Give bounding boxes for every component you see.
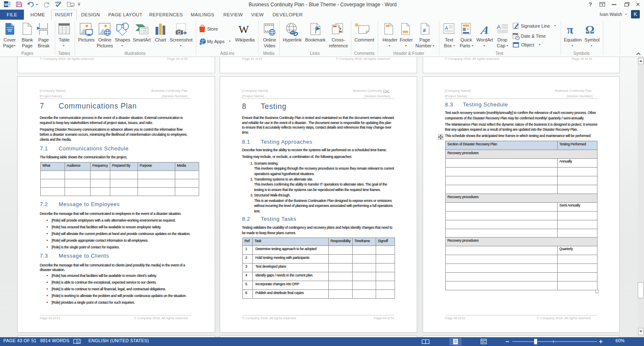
svg-text:Ω: Ω — [585, 23, 595, 36]
svg-text:A: A — [497, 24, 501, 30]
svg-text:W: W — [4, 2, 8, 7]
svg-text:W: W — [239, 23, 249, 36]
svg-text:A: A — [445, 26, 448, 31]
svg-text:π: π — [567, 23, 574, 36]
svg-text:#: # — [423, 27, 426, 34]
svg-text:A: A — [479, 24, 491, 36]
